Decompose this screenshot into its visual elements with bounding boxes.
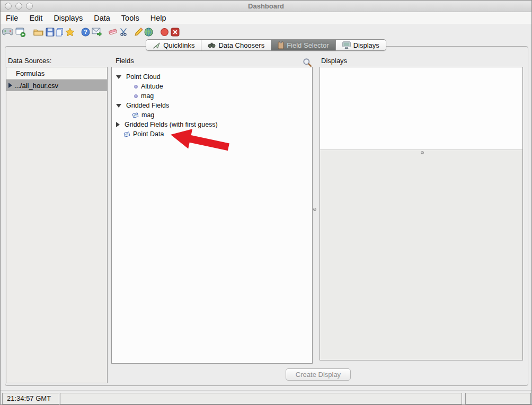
controller-icon[interactable] bbox=[2, 26, 13, 38]
data-sources-list: Formulas .../all_hour.csv bbox=[6, 67, 108, 383]
menu-bar: File Edit Displays Data Tools Help bbox=[1, 12, 531, 24]
tab-data-choosers[interactable]: Data Choosers bbox=[201, 40, 271, 50]
globe-icon[interactable] bbox=[144, 26, 153, 38]
tree-item-point-data[interactable]: Point Data bbox=[123, 129, 164, 139]
binoculars-icon bbox=[208, 42, 216, 48]
quicklinks-icon bbox=[153, 42, 161, 49]
tab-quicklinks[interactable]: Quicklinks bbox=[146, 40, 201, 50]
tree-item-point-cloud[interactable]: Point Cloud bbox=[116, 72, 161, 82]
eraser-icon[interactable] bbox=[108, 26, 118, 38]
parameter-dot-icon bbox=[134, 85, 138, 89]
tree-item-label: Point Cloud bbox=[126, 73, 161, 81]
fields-tree: Point Cloud Altitude mag Gridded Fields … bbox=[111, 67, 313, 364]
scissors-icon[interactable] bbox=[119, 26, 128, 38]
tree-item-label: Point Data bbox=[133, 130, 164, 138]
toolbar: ? bbox=[1, 24, 531, 40]
status-clock: 21:34:57 GMT bbox=[2, 393, 59, 404]
tree-item-label: Gridded Fields (with first guess) bbox=[125, 121, 218, 128]
window-title: Dashboard bbox=[1, 2, 531, 10]
menu-help[interactable]: Help bbox=[150, 14, 166, 22]
data-sources-title: Data Sources: bbox=[8, 57, 51, 65]
menu-data[interactable]: Data bbox=[94, 14, 110, 22]
menu-tools[interactable]: Tools bbox=[121, 14, 139, 22]
create-display-button[interactable]: Create Display bbox=[286, 368, 351, 381]
displays-title: Displays bbox=[321, 57, 347, 65]
menu-edit[interactable]: Edit bbox=[29, 14, 42, 22]
tab-field-selector[interactable]: Field Selector bbox=[271, 40, 335, 50]
envelope-arrow-icon[interactable] bbox=[92, 26, 102, 38]
data-source-label: .../all_hour.csv bbox=[14, 82, 58, 90]
fields-title: Fields bbox=[116, 57, 134, 65]
question-circle-icon[interactable]: ? bbox=[81, 26, 90, 38]
tree-item-mag-gridded[interactable]: mag bbox=[132, 110, 154, 120]
pencil-icon[interactable] bbox=[134, 26, 143, 38]
star-icon[interactable] bbox=[65, 26, 75, 38]
title-bar[interactable]: Dashboard bbox=[1, 1, 531, 12]
data-source-all-hour-csv[interactable]: .../all_hour.csv bbox=[6, 80, 107, 91]
displays-list[interactable] bbox=[320, 67, 522, 150]
menu-file[interactable]: File bbox=[6, 14, 18, 22]
tree-item-label: mag bbox=[141, 111, 154, 119]
tree-item-gridded-fields[interactable]: Gridded Fields bbox=[116, 101, 169, 110]
status-divider bbox=[1, 390, 531, 391]
displays-panel bbox=[320, 67, 523, 360]
field-note-icon bbox=[132, 112, 139, 119]
tab-label: Field Selector bbox=[287, 41, 329, 49]
clipboard-icon bbox=[278, 41, 284, 49]
triangle-collapsed-icon[interactable] bbox=[116, 122, 120, 127]
red-x-icon[interactable] bbox=[171, 26, 180, 38]
expander-collapsed-icon[interactable] bbox=[8, 83, 12, 88]
open-folder-icon[interactable] bbox=[33, 26, 43, 38]
tab-label: Data Choosers bbox=[218, 41, 264, 49]
tab-label: Displays bbox=[353, 41, 379, 49]
copy-pages-icon[interactable] bbox=[55, 26, 64, 38]
tree-item-label: Gridded Fields bbox=[126, 102, 169, 109]
splitter-handle[interactable] bbox=[421, 151, 424, 154]
magnifier-icon[interactable] bbox=[303, 58, 312, 67]
monitor-icon bbox=[342, 41, 351, 49]
field-note-icon bbox=[123, 131, 130, 138]
tab-bar: Quicklinks Data Choosers Field Selector … bbox=[1, 39, 531, 51]
status-memory bbox=[465, 393, 531, 404]
svg-text:?: ? bbox=[84, 29, 87, 35]
tab-label: Quicklinks bbox=[163, 41, 194, 49]
menu-displays[interactable]: Displays bbox=[54, 14, 83, 22]
parameter-dot-icon bbox=[134, 94, 138, 98]
data-source-formulas[interactable]: Formulas bbox=[6, 67, 107, 80]
triangle-expanded-icon[interactable] bbox=[116, 104, 121, 108]
tree-item-gridded-fields-first-guess[interactable]: Gridded Fields (with first guess) bbox=[116, 120, 218, 129]
tree-item-label: Altitude bbox=[141, 83, 163, 90]
tree-item-altitude[interactable]: Altitude bbox=[134, 82, 163, 91]
red-circle-icon[interactable] bbox=[160, 26, 169, 38]
tab-displays[interactable]: Displays bbox=[336, 40, 386, 50]
splitter-handle[interactable] bbox=[313, 208, 316, 211]
tree-item-label: mag bbox=[141, 92, 154, 100]
status-message bbox=[60, 393, 462, 404]
dashboard-window: Dashboard File Edit Displays Data Tools … bbox=[0, 0, 532, 405]
tree-item-mag-point[interactable]: mag bbox=[134, 91, 154, 101]
floppy-disk-icon[interactable] bbox=[46, 26, 55, 38]
new-window-icon[interactable] bbox=[15, 26, 25, 38]
triangle-expanded-icon[interactable] bbox=[116, 75, 121, 79]
